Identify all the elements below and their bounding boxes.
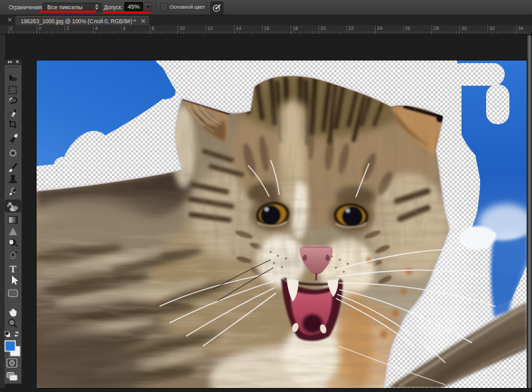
svg-text:T: T — [9, 264, 16, 274]
